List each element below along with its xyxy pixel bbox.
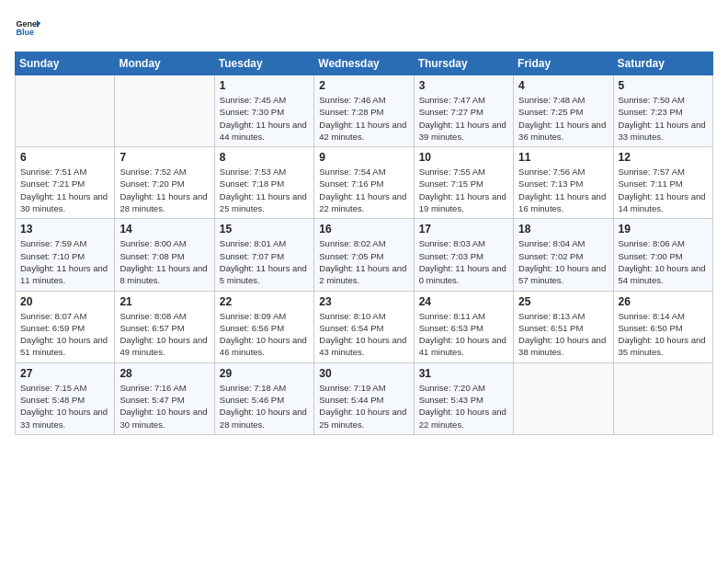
calendar-cell: 31Sunrise: 7:20 AM Sunset: 5:43 PM Dayli… <box>414 362 513 434</box>
day-number: 3 <box>419 79 508 92</box>
calendar-cell: 13Sunrise: 7:59 AM Sunset: 7:10 PM Dayli… <box>16 219 115 291</box>
day-info: Sunrise: 7:15 AM Sunset: 5:48 PM Dayligh… <box>20 382 109 431</box>
calendar-cell: 19Sunrise: 8:06 AM Sunset: 7:00 PM Dayli… <box>613 219 712 291</box>
day-number: 11 <box>518 151 608 164</box>
calendar-cell: 1Sunrise: 7:45 AM Sunset: 7:30 PM Daylig… <box>214 75 313 147</box>
day-info: Sunrise: 8:03 AM Sunset: 7:03 PM Dayligh… <box>419 237 508 286</box>
calendar-cell <box>115 75 214 147</box>
day-number: 17 <box>419 223 508 236</box>
day-info: Sunrise: 7:56 AM Sunset: 7:13 PM Dayligh… <box>518 166 608 214</box>
calendar-cell: 7Sunrise: 7:52 AM Sunset: 7:20 PM Daylig… <box>115 147 214 219</box>
calendar-cell: 21Sunrise: 8:08 AM Sunset: 6:57 PM Dayli… <box>115 291 214 362</box>
day-info: Sunrise: 7:51 AM Sunset: 7:21 PM Dayligh… <box>20 166 109 214</box>
calendar-cell: 4Sunrise: 7:48 AM Sunset: 7:25 PM Daylig… <box>514 75 613 147</box>
calendar-cell: 24Sunrise: 8:11 AM Sunset: 6:53 PM Dayli… <box>414 291 513 362</box>
days-header-row: SundayMondayTuesdayWednesdayThursdayFrid… <box>16 52 713 75</box>
calendar-cell: 23Sunrise: 8:10 AM Sunset: 6:54 PM Dayli… <box>314 291 414 362</box>
day-number: 22 <box>220 295 309 308</box>
calendar-cell: 16Sunrise: 8:02 AM Sunset: 7:05 PM Dayli… <box>314 219 414 291</box>
calendar-cell: 8Sunrise: 7:53 AM Sunset: 7:18 PM Daylig… <box>214 147 313 219</box>
day-number: 26 <box>619 295 708 308</box>
day-info: Sunrise: 7:47 AM Sunset: 7:27 PM Dayligh… <box>419 94 508 143</box>
day-number: 12 <box>619 151 708 164</box>
svg-text:Blue: Blue <box>16 28 34 37</box>
day-info: Sunrise: 7:45 AM Sunset: 7:30 PM Dayligh… <box>220 94 309 143</box>
day-number: 16 <box>319 223 408 236</box>
calendar-cell: 27Sunrise: 7:15 AM Sunset: 5:48 PM Dayli… <box>16 362 115 434</box>
calendar-cell: 20Sunrise: 8:07 AM Sunset: 6:59 PM Dayli… <box>16 291 115 362</box>
day-number: 18 <box>518 223 608 236</box>
day-number: 6 <box>20 151 109 164</box>
day-info: Sunrise: 7:16 AM Sunset: 5:47 PM Dayligh… <box>119 382 209 431</box>
calendar-cell: 26Sunrise: 8:14 AM Sunset: 6:50 PM Dayli… <box>613 291 712 362</box>
day-info: Sunrise: 7:54 AM Sunset: 7:16 PM Dayligh… <box>319 166 408 214</box>
calendar-cell: 17Sunrise: 8:03 AM Sunset: 7:03 PM Dayli… <box>414 219 513 291</box>
day-number: 2 <box>319 79 408 92</box>
day-info: Sunrise: 7:48 AM Sunset: 7:25 PM Dayligh… <box>518 94 608 143</box>
day-info: Sunrise: 8:01 AM Sunset: 7:07 PM Dayligh… <box>220 237 309 286</box>
calendar-cell: 2Sunrise: 7:46 AM Sunset: 7:28 PM Daylig… <box>314 75 414 147</box>
day-header-wednesday: Wednesday <box>314 52 414 75</box>
day-header-thursday: Thursday <box>414 52 513 75</box>
calendar-cell <box>514 362 613 434</box>
page-header: General Blue <box>15 15 713 40</box>
day-info: Sunrise: 7:52 AM Sunset: 7:20 PM Dayligh… <box>119 166 209 214</box>
day-info: Sunrise: 7:19 AM Sunset: 5:44 PM Dayligh… <box>319 382 408 431</box>
day-number: 21 <box>119 295 209 308</box>
calendar-cell: 11Sunrise: 7:56 AM Sunset: 7:13 PM Dayli… <box>514 147 613 219</box>
day-info: Sunrise: 7:46 AM Sunset: 7:28 PM Dayligh… <box>319 94 408 143</box>
day-number: 15 <box>220 223 309 236</box>
calendar-cell: 22Sunrise: 8:09 AM Sunset: 6:56 PM Dayli… <box>214 291 313 362</box>
day-number: 8 <box>220 151 309 164</box>
day-info: Sunrise: 8:11 AM Sunset: 6:53 PM Dayligh… <box>419 310 508 359</box>
day-number: 20 <box>20 295 109 308</box>
day-info: Sunrise: 8:06 AM Sunset: 7:00 PM Dayligh… <box>619 237 708 286</box>
day-info: Sunrise: 7:20 AM Sunset: 5:43 PM Dayligh… <box>419 382 508 431</box>
day-header-monday: Monday <box>115 52 214 75</box>
day-header-tuesday: Tuesday <box>214 52 313 75</box>
day-number: 31 <box>419 367 508 380</box>
day-info: Sunrise: 8:10 AM Sunset: 6:54 PM Dayligh… <box>319 310 408 359</box>
day-info: Sunrise: 7:18 AM Sunset: 5:46 PM Dayligh… <box>220 382 309 431</box>
day-info: Sunrise: 7:53 AM Sunset: 7:18 PM Dayligh… <box>220 166 309 214</box>
day-info: Sunrise: 7:55 AM Sunset: 7:15 PM Dayligh… <box>419 166 508 214</box>
calendar-cell <box>16 75 115 147</box>
week-row-4: 20Sunrise: 8:07 AM Sunset: 6:59 PM Dayli… <box>16 291 713 362</box>
day-info: Sunrise: 7:50 AM Sunset: 7:23 PM Dayligh… <box>619 94 708 143</box>
calendar-cell: 3Sunrise: 7:47 AM Sunset: 7:27 PM Daylig… <box>414 75 513 147</box>
day-number: 30 <box>319 367 408 380</box>
day-info: Sunrise: 8:02 AM Sunset: 7:05 PM Dayligh… <box>319 237 408 286</box>
logo-icon: General Blue <box>15 15 40 40</box>
day-number: 14 <box>119 223 209 236</box>
day-info: Sunrise: 7:59 AM Sunset: 7:10 PM Dayligh… <box>20 237 109 286</box>
calendar-cell: 30Sunrise: 7:19 AM Sunset: 5:44 PM Dayli… <box>314 362 414 434</box>
week-row-1: 1Sunrise: 7:45 AM Sunset: 7:30 PM Daylig… <box>16 75 713 147</box>
day-info: Sunrise: 7:57 AM Sunset: 7:11 PM Dayligh… <box>619 166 708 214</box>
day-number: 25 <box>518 295 608 308</box>
day-info: Sunrise: 8:00 AM Sunset: 7:08 PM Dayligh… <box>119 237 209 286</box>
logo: General Blue <box>15 15 46 40</box>
week-row-2: 6Sunrise: 7:51 AM Sunset: 7:21 PM Daylig… <box>16 147 713 219</box>
day-number: 5 <box>619 79 708 92</box>
calendar-cell: 5Sunrise: 7:50 AM Sunset: 7:23 PM Daylig… <box>613 75 712 147</box>
day-info: Sunrise: 8:13 AM Sunset: 6:51 PM Dayligh… <box>518 310 608 359</box>
calendar-cell: 14Sunrise: 8:00 AM Sunset: 7:08 PM Dayli… <box>115 219 214 291</box>
day-info: Sunrise: 8:14 AM Sunset: 6:50 PM Dayligh… <box>619 310 708 359</box>
calendar-cell: 9Sunrise: 7:54 AM Sunset: 7:16 PM Daylig… <box>314 147 414 219</box>
calendar-cell <box>613 362 712 434</box>
day-info: Sunrise: 8:07 AM Sunset: 6:59 PM Dayligh… <box>20 310 109 359</box>
day-number: 9 <box>319 151 408 164</box>
day-header-friday: Friday <box>514 52 613 75</box>
day-number: 1 <box>220 79 309 92</box>
day-info: Sunrise: 8:09 AM Sunset: 6:56 PM Dayligh… <box>220 310 309 359</box>
day-header-sunday: Sunday <box>16 52 115 75</box>
calendar-cell: 6Sunrise: 7:51 AM Sunset: 7:21 PM Daylig… <box>16 147 115 219</box>
week-row-5: 27Sunrise: 7:15 AM Sunset: 5:48 PM Dayli… <box>16 362 713 434</box>
day-info: Sunrise: 8:08 AM Sunset: 6:57 PM Dayligh… <box>119 310 209 359</box>
calendar-cell: 25Sunrise: 8:13 AM Sunset: 6:51 PM Dayli… <box>514 291 613 362</box>
day-number: 24 <box>419 295 508 308</box>
calendar-cell: 18Sunrise: 8:04 AM Sunset: 7:02 PM Dayli… <box>514 219 613 291</box>
calendar-table: SundayMondayTuesdayWednesdayThursdayFrid… <box>15 52 713 435</box>
calendar-cell: 15Sunrise: 8:01 AM Sunset: 7:07 PM Dayli… <box>214 219 313 291</box>
day-number: 28 <box>119 367 209 380</box>
